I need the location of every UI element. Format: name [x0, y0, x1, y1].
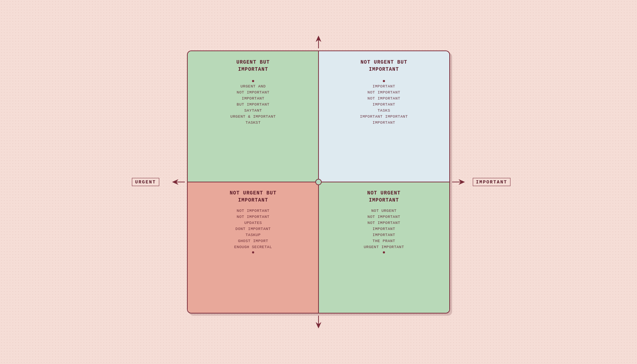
- center-dot: [315, 179, 322, 185]
- list-item: NOT IMPORTANT: [368, 221, 400, 225]
- list-item: TASKST: [246, 121, 261, 125]
- list-item: IMPORTANT: [373, 84, 395, 89]
- list-item: IMPORTANT: [242, 96, 264, 101]
- quadrant-urgent-important: URGENT BUTIMPORTANT URGENT AND NOT IMPOR…: [188, 51, 318, 182]
- q2-items: IMPORTANT NOT IMPORTANT NOT IMPORTANT IM…: [326, 84, 442, 125]
- q3-dot: [252, 251, 254, 253]
- q1-items: URGENT AND NOT IMPORTANT IMPORTANT BUT I…: [195, 84, 311, 125]
- axis-urgent-label: URGENT: [132, 178, 159, 186]
- list-item: NOT IMPORTANT: [237, 90, 269, 95]
- list-item: TASKS: [378, 108, 390, 113]
- list-item: UPDATES: [244, 221, 262, 225]
- list-item: NOT IMPORTANT: [368, 215, 400, 219]
- quadrant-not-urgent-important: NOT URGENT BUTIMPORTANT IMPORTANT NOT IM…: [318, 51, 449, 182]
- list-item: NOT IMPORTANT: [368, 90, 400, 95]
- q3-items: NOT IMPORTANT NOT IMPORTANT UPDATES DONT…: [195, 209, 311, 249]
- q2-dot: [383, 80, 385, 82]
- list-item: IMPORTANT: [373, 233, 395, 237]
- list-item: NOT IMPORTANT: [368, 96, 400, 101]
- list-item: ENOUGH SECRETAL: [234, 245, 272, 249]
- list-item: NOT IMPORTANT: [237, 209, 269, 213]
- list-item: IMPORTANT IMPORTANT: [360, 114, 408, 119]
- q4-items: NOT URGENT NOT IMPORTANT NOT IMPORTANT I…: [326, 209, 442, 249]
- list-item: TASKUP: [246, 233, 261, 237]
- list-item: NOT URGENT: [371, 209, 396, 213]
- q2-title: NOT URGENT BUTIMPORTANT: [360, 59, 407, 73]
- arrow-bottom-icon: [315, 316, 322, 328]
- list-item: URGENT & IMPORTANT: [230, 114, 276, 119]
- list-item: GHOST IMPORT: [238, 239, 268, 243]
- list-item: BUT IMPORTANT: [237, 102, 269, 107]
- q4-title: NOT URGENTIMPORTANT: [367, 190, 401, 204]
- quadrant-not-urgent-not-important: NOT URGENTIMPORTANT NOT URGENT NOT IMPOR…: [318, 182, 449, 313]
- list-item: URGENT AND: [240, 84, 266, 89]
- list-item: URGENT IMPORTANT: [364, 245, 404, 249]
- matrix-wrapper: URGENT IMPORTANT URGENT BUTIMPORTANT URG…: [173, 36, 464, 328]
- list-item: IMPORTANT: [373, 121, 395, 125]
- q1-dot: [252, 80, 254, 82]
- q3-title: NOT URGENT BUTIMPORTANT: [230, 190, 277, 204]
- quadrant-urgent-not-important: NOT URGENT BUTIMPORTANT NOT IMPORTANT NO…: [188, 182, 318, 313]
- list-item: IMPORTANT: [373, 227, 395, 231]
- arrow-left-icon: [172, 178, 185, 186]
- q1-title: URGENT BUTIMPORTANT: [236, 59, 270, 73]
- list-item: THE PRANT: [373, 239, 395, 243]
- q4-dot: [383, 251, 385, 253]
- list-item: NOT IMPORTANT: [237, 215, 269, 219]
- arrow-right-icon: [452, 178, 465, 186]
- list-item: IMPORTANT: [373, 102, 395, 107]
- axis-important-label: IMPORTANT: [473, 178, 510, 186]
- list-item: SAYTANT: [244, 108, 262, 113]
- list-item: DONT IMPORTANT: [235, 227, 271, 231]
- arrow-top-icon: [315, 36, 322, 48]
